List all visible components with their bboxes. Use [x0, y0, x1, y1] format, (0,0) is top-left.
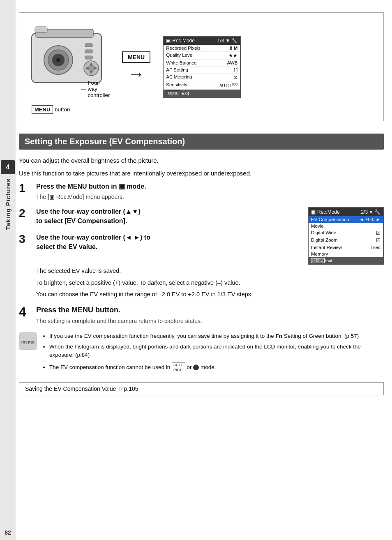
- four-way-label: Four-way controller: [88, 80, 110, 98]
- ev-row-1: EV Compensation◄ ±0.0 ►: [309, 216, 383, 223]
- menu-label-box: MENU: [122, 51, 150, 63]
- ev-screen-page: 2/3: [361, 209, 368, 215]
- menu-box-ev: MENU: [311, 258, 325, 263]
- intro-line1: You can adjust the overall brightness of…: [19, 156, 384, 166]
- s1-row-5: AE Metering⊙: [164, 74, 240, 81]
- step-1-title: Press the MENU button in ▣ mode.: [36, 182, 384, 191]
- menu-btn-diagram: MENU: [32, 105, 53, 114]
- main-content: Four-way controller MENU button MENU → ▣…: [19, 0, 384, 395]
- ev-screen: ▣ Rec.Mode 2/3 ▼ 🔧 EV Compensation◄ ±0.0…: [308, 207, 384, 265]
- step-3-desc-block: The selected EV value is saved. To brigh…: [36, 266, 384, 299]
- ev-screen-title: Rec.Mode: [317, 209, 340, 215]
- screen1-scroll: ▼: [225, 38, 230, 44]
- memo-icon: memo: [19, 332, 37, 350]
- svg-rect-6: [85, 44, 92, 47]
- ev-screen-header: ▣ Rec.Mode 2/3 ▼ 🔧: [309, 208, 383, 216]
- s1-row-1: Recorded Pixels8 M: [164, 45, 240, 52]
- step-4-number: 4: [19, 305, 30, 319]
- ev-row-3: Digital Wide☑: [309, 229, 383, 237]
- svg-point-10: [88, 65, 94, 71]
- s1-footer: MENU Exit: [164, 90, 240, 97]
- screen1-icon: 🔧: [231, 38, 238, 44]
- screen-mockup-1: ▣ Rec.Mode 1/3 ▼ 🔧 Recorded Pixels8 M Qu…: [163, 36, 241, 97]
- cam-icon-s1: ▣: [166, 38, 171, 44]
- s1-row-4: AF Setting[ ]: [164, 67, 240, 74]
- step-2-content: Use the four-way controller (▲▼)to selec…: [36, 207, 304, 227]
- menu-btn-suffix: button: [53, 106, 70, 113]
- step-3: 3 Use the four-way controller (◄ ►) tose…: [19, 233, 304, 253]
- svg-rect-15: [35, 27, 47, 32]
- step-4-title: Press the MENU button.: [36, 305, 384, 315]
- to-word: to: [144, 234, 150, 241]
- step-1-number: 1: [19, 182, 30, 195]
- steps-2-3-container: 2 Use the four-way controller (▲▼)to sel…: [19, 207, 384, 265]
- step-4-desc: The setting is complete and the camera r…: [36, 317, 384, 325]
- steps-2-3-left: 2 Use the four-way controller (▲▼)to sel…: [19, 207, 304, 265]
- step-2: 2 Use the four-way controller (▲▼)to sel…: [19, 207, 304, 227]
- ev-row-4: Digital Zoom☑: [309, 237, 383, 244]
- ev-screen-box: ▣ Rec.Mode 2/3 ▼ 🔧 EV Compensation◄ ±0.0…: [308, 207, 384, 265]
- intro-line2: Use this function to take pictures that …: [19, 169, 384, 178]
- step-3-number: 3: [19, 233, 30, 246]
- step-4-content: Press the MENU button. The setting is co…: [36, 305, 384, 325]
- step-3-desc-3: You can choose the EV setting in the ran…: [36, 290, 384, 299]
- reference-box: Saving the EV Compensation Value ☞p.105: [19, 382, 384, 395]
- sidebar: 4 Taking Pictures: [0, 0, 16, 540]
- step-3-title: Use the four-way controller (◄ ►) tosele…: [36, 233, 304, 252]
- s1-row-2: Quality Level★★: [164, 52, 240, 60]
- diagram-box: Four-way controller MENU button MENU → ▣…: [19, 12, 384, 121]
- ev-row-5: Instant Review1sec: [309, 244, 383, 251]
- chapter-number: 4: [1, 160, 15, 174]
- ev-exit: Exit: [325, 258, 332, 263]
- s1-row-3: White BalanceAWB: [164, 60, 240, 67]
- svg-text:memo: memo: [21, 339, 35, 344]
- memo-item-3: The EV compensation function cannot be u…: [49, 362, 384, 373]
- step-1: 1 Press the MENU button in ▣ mode. The […: [19, 182, 384, 201]
- screen1-page: 1/3: [217, 38, 224, 44]
- ev-row-2: Movie: [309, 223, 383, 229]
- memo-item-2: When the histogram is displayed, bright …: [49, 343, 384, 360]
- step-3-desc-1: The selected EV value is saved.: [36, 266, 384, 275]
- step-1-desc: The [▣ Rec.Mode] menu appears.: [36, 193, 384, 201]
- ref-page: ☞p.105: [119, 385, 138, 392]
- steps-container: 1 Press the MENU button in ▣ mode. The […: [19, 182, 384, 325]
- svg-rect-7: [85, 50, 92, 53]
- s1-row-6: SensitivityAUTO 800: [164, 81, 240, 89]
- ref-text: Saving the EV Compensation Value: [25, 385, 116, 392]
- step-3-content: Use the four-way controller (◄ ►) tosele…: [36, 233, 304, 253]
- svg-rect-8: [85, 56, 92, 59]
- memo-item-1: If you use the EV compensation function …: [49, 332, 384, 340]
- memo-box: memo If you use the EV compensation func…: [19, 332, 384, 376]
- step-4: 4 Press the MENU button. The setting is …: [19, 305, 384, 325]
- svg-point-5: [56, 58, 60, 62]
- chapter-title: Taking Pictures: [5, 178, 12, 230]
- camera-illustration: Four-way controller MENU button: [28, 21, 110, 113]
- screen1-title: Rec.Mode: [172, 38, 195, 44]
- step-3-desc-2: To brighten, select a positive (+) value…: [36, 278, 384, 287]
- right-arrow: →: [128, 65, 145, 83]
- step-2-number: 2: [19, 207, 30, 220]
- step-2-title: Use the four-way controller (▲▼)to selec…: [36, 207, 304, 226]
- ev-row-6: Memory: [309, 251, 383, 257]
- ev-footer: MENU Exit: [309, 257, 383, 264]
- memo-content: If you use the EV compensation function …: [43, 332, 384, 376]
- section-title: Setting the Exposure (EV Compensation): [19, 134, 384, 150]
- page-number: 82: [0, 529, 16, 536]
- menu-box-s1: MENU: [166, 90, 180, 96]
- s1-exit: Exit: [182, 91, 189, 96]
- step-1-content: Press the MENU button in ▣ mode. The [▣ …: [36, 182, 384, 201]
